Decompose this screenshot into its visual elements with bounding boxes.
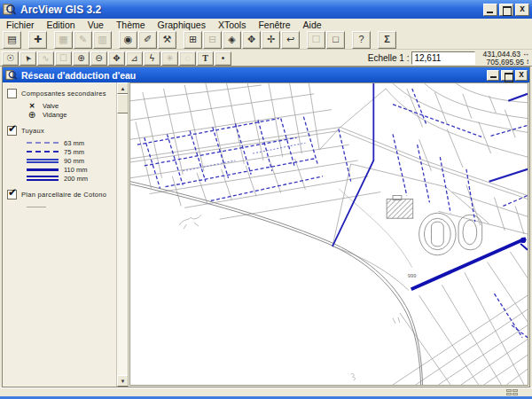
text-tool-button[interactable]: T (197, 51, 214, 66)
theme-properties-icon: ▦ (59, 35, 67, 44)
menu-fichier[interactable]: Fichier (0, 19, 41, 30)
identify-tool-button[interactable]: ☉ (2, 51, 19, 66)
stadium-complex (387, 196, 482, 255)
coordinate-readout: 431,044.63↔ 705,695.95↕ (482, 51, 529, 66)
clear-selection-button[interactable]: □ (326, 31, 345, 49)
menu-aide[interactable]: Aide (297, 19, 328, 30)
menu-graphiques[interactable]: Graphiques (152, 19, 212, 30)
window-title: ArcView GIS 3.2 (20, 4, 101, 16)
menu-theme[interactable]: Thème (110, 19, 152, 30)
legend-class-label: 200 mm (64, 175, 88, 183)
zoom-previous-icon: ↩ (286, 35, 294, 44)
legend-symbol-row: ⊕ Vidange (27, 110, 128, 119)
zoom-out-tool-button[interactable]: ⊖ (90, 51, 107, 66)
hotlink-tool-button[interactable]: ϟ (144, 51, 160, 66)
zoom-in-extent-button[interactable]: ✥ (242, 31, 261, 49)
label-icon: ✳ (166, 54, 173, 63)
zoom-in-tool-button[interactable]: ⊕ (73, 51, 90, 66)
zoom-selected-button[interactable]: ◈ (223, 31, 241, 49)
main-toolbar: ▤ ✚ ▦ ✎ ▥ ◉ ✐ ⚒ ⊞ ⊟ ◈ ✥ ✢ ↩ ☐ □ ? Σ (0, 30, 532, 50)
pan-tool-button[interactable]: ✥ (108, 51, 125, 66)
zoom-active-theme-icon: ⊟ (208, 35, 216, 44)
legend-label: Tuyaux (21, 127, 44, 135)
scroll-down-icon[interactable]: ▼ (117, 375, 129, 387)
theme-properties-button[interactable]: ▦ (54, 31, 73, 49)
draw-point-tool-button[interactable]: • (215, 51, 231, 66)
pipe-75mm-line-symbol (27, 151, 59, 153)
map-canvas[interactable]: 999 (130, 83, 528, 385)
measure-icon: ⊿ (130, 54, 137, 63)
legend-symbol-row: 63 mm (27, 138, 128, 147)
query-builder-icon: ⚒ (163, 35, 172, 44)
measure-tool-button[interactable]: ⊿ (126, 51, 143, 66)
callout-tool-button[interactable]: ◌ (179, 51, 196, 66)
find-button[interactable]: ◉ (119, 31, 137, 49)
close-icon[interactable] (515, 4, 529, 16)
add-theme-button[interactable]: ✚ (28, 31, 47, 49)
valve-marker-icon: ✕ (27, 102, 37, 110)
statistics-button[interactable]: Σ (378, 31, 396, 49)
legend-checkbox-tuyaux[interactable] (7, 126, 17, 136)
identify-icon: ☉ (6, 54, 14, 63)
scroll-up-icon[interactable]: ▲ (117, 82, 129, 94)
view-maximize-icon[interactable] (501, 70, 513, 81)
select-features-button[interactable]: ☐ (307, 31, 325, 49)
statistics-icon: Σ (384, 35, 390, 44)
menu-edition[interactable]: Edition (41, 19, 82, 30)
legend-scrollbar[interactable]: ▲ ▼ (116, 82, 128, 387)
view-title-bar[interactable]: Réseau d'adduction d'eau (3, 67, 529, 82)
legend-checkbox-composantes[interactable] (7, 89, 17, 98)
zoom-out-icon: ⊖ (95, 54, 102, 63)
view-body: Composantes secondaires ✕ Valve ⊕ Vidang… (3, 82, 529, 387)
menu-xtools[interactable]: XTools (212, 19, 253, 30)
view-close-icon[interactable] (515, 70, 528, 81)
zoom-full-extent-button[interactable]: ⊞ (184, 31, 202, 49)
zoom-active-theme-button[interactable]: ⊟ (203, 31, 222, 49)
vertex-edit-tool-button[interactable]: ∿ (37, 51, 54, 66)
label-tool-button[interactable]: ✳ (161, 51, 178, 66)
legend-class-label: Valve (43, 102, 59, 110)
water-sketches (179, 215, 400, 380)
zoom-selected-icon: ◈ (228, 35, 235, 44)
view-minimize-icon[interactable] (487, 70, 499, 81)
stadium-field (431, 222, 443, 246)
hatched-building (387, 199, 413, 218)
vidange-marker-icon: ⊕ (27, 110, 37, 120)
resize-grip-icon[interactable] (506, 389, 520, 396)
pipe-63mm-line-symbol (27, 142, 59, 144)
locate-address-button[interactable]: ✐ (138, 31, 157, 49)
save-project-button[interactable]: ▤ (3, 31, 21, 49)
query-builder-button[interactable]: ⚒ (158, 31, 176, 49)
pipe-network-small (183, 143, 305, 171)
menu-vue[interactable]: Vue (82, 19, 110, 30)
legend-class-label: 110 mm (64, 166, 88, 174)
street-network (130, 83, 528, 385)
legend-label: Plan parcellaire de Cotono (21, 191, 106, 199)
maximize-icon[interactable] (499, 4, 513, 16)
open-theme-table-button[interactable]: ▥ (93, 31, 112, 49)
add-theme-icon: ✚ (34, 35, 42, 44)
menu-fenetre[interactable]: Fenêtre (252, 19, 296, 30)
legend-symbol-row: 90 mm (27, 156, 128, 165)
scale-label: Echelle 1 : (368, 53, 410, 63)
minimize-icon[interactable] (483, 4, 497, 16)
zoom-in-extent-icon: ✥ (247, 35, 255, 44)
select-box-icon: ☐ (59, 54, 67, 63)
zoom-out-extent-button[interactable]: ✢ (262, 31, 280, 49)
help-pointer-icon: ? (358, 35, 364, 44)
pointer-icon: ➤ (23, 53, 34, 63)
arcview-logo-icon (3, 3, 16, 16)
pointer-tool-button[interactable]: ➤ (20, 51, 36, 66)
coastline (130, 182, 423, 385)
legend-checkbox-plan[interactable] (7, 190, 17, 200)
scrollbar-thumb[interactable] (117, 94, 129, 113)
legend-label: Composantes secondaires (21, 90, 106, 98)
scale-input[interactable] (411, 51, 475, 65)
edit-legend-button[interactable]: ✎ (74, 31, 92, 49)
save-project-icon: ▤ (7, 35, 16, 44)
vertical-arrow-icon: ↕ (526, 59, 529, 66)
help-pointer-button[interactable]: ? (352, 31, 371, 49)
select-box-tool-button[interactable]: ☐ (55, 51, 72, 66)
zoom-previous-button[interactable]: ↩ (281, 31, 300, 49)
locate-address-icon: ✐ (144, 35, 152, 44)
